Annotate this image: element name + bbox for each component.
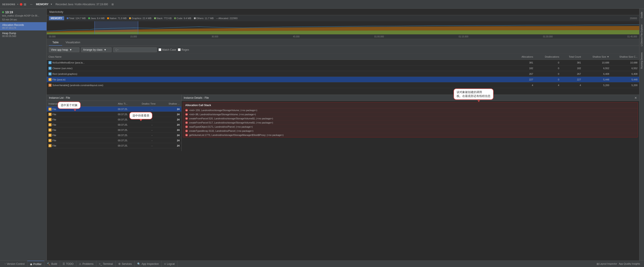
- recorded-label: Recorded Java / Kotlin Allocations: 37:1…: [56, 3, 108, 6]
- tab-visualization[interactable]: Visualization: [62, 40, 84, 46]
- instance-row[interactable]: FFile 00:37:25. - 24: [47, 143, 181, 148]
- add-icon[interactable]: +: [17, 3, 18, 6]
- stop-icon[interactable]: [20, 3, 22, 6]
- call-stack-item[interactable]: m getVolumeList:1773, Landroid/os/storag…: [183, 133, 638, 137]
- class-icon-2: C: [48, 72, 52, 76]
- top-bar: SESSIONS + ⊞ ← MEMORY ▼ Recorded Java / …: [0, 0, 644, 9]
- ith-dealloc-time: Dealloc Time: [140, 102, 164, 105]
- services-label: Services: [122, 262, 132, 266]
- status-item-build[interactable]: 🔨 Build: [44, 261, 60, 267]
- annotation-call-stack-bubble: 该对象被创建的调用 栈。在最底部还有线程信息: [454, 88, 494, 100]
- call-stack-item[interactable]: m createFromParcel:517, Landroid/os/stor…: [183, 121, 638, 125]
- allocation-records-sub: 00:37:19.174: [2, 26, 44, 29]
- tabs-bar: Table Visualization: [47, 39, 639, 46]
- bottom-split: Instance List - File Instance Alloc Ti..…: [47, 94, 639, 151]
- instance-row[interactable]: FFile 00:37:25. - 24: [47, 128, 181, 133]
- instance-row[interactable]: FFile 00:37:25. - 24: [47, 133, 181, 138]
- th-allocations: Allocations: [509, 56, 535, 58]
- class-icon-3: F: [48, 78, 52, 81]
- call-stack-item[interactable]: m <init>:88, Landroid/os/storage/Storage…: [183, 112, 638, 116]
- instance-row[interactable]: FFile 00:37:25. - 24: [47, 112, 181, 117]
- tab-table[interactable]: Table: [49, 40, 62, 46]
- sidebar-item-heap-dump[interactable]: Heap Dump 00:00:35.560: [0, 30, 46, 39]
- call-stack-item[interactable]: m readTypedObject:3171, Landroid/os/Parc…: [183, 125, 638, 129]
- status-bar: ↑ Version Control ◉ Profiler 🔨 Build ☰ T…: [0, 260, 644, 267]
- match-case-checkbox[interactable]: [158, 48, 161, 51]
- logcat-label: Logcat: [167, 262, 174, 266]
- heap-dropdown-arrow: ▼: [69, 48, 72, 51]
- status-item-problems[interactable]: ⚠ Problems: [76, 261, 96, 267]
- method-icon: m: [185, 117, 188, 120]
- call-stack-item[interactable]: m createTypedArray:3132, Landroid/os/Par…: [183, 129, 638, 133]
- status-item-todo[interactable]: ☰ TODO: [60, 261, 76, 267]
- right-sidebar: Gradle LI Device File Explorer Running D…: [639, 9, 644, 260]
- inst-icon-4: F: [48, 128, 52, 132]
- search-input[interactable]: [115, 48, 155, 51]
- table-row[interactable]: CRect (android.graphics) 267 0 267 6,408…: [47, 71, 639, 77]
- heap-dropdown[interactable]: View app heap ▼: [49, 48, 79, 52]
- details-close-button[interactable]: ✕: [634, 96, 637, 100]
- memory-dropdown-arrow[interactable]: ▼: [50, 3, 52, 6]
- arrange-dropdown[interactable]: Arrange by class ▼: [81, 48, 112, 52]
- back-button[interactable]: ←: [30, 2, 33, 6]
- memory-chart[interactable]: [47, 21, 639, 34]
- status-item-logcat[interactable]: ≡ Logcat: [162, 261, 178, 267]
- right-label-gradle[interactable]: Gradle: [640, 11, 643, 19]
- app-quality-button[interactable]: App Quality Insights: [619, 262, 640, 265]
- memory-chart-section: MEMORY Total: 124.7 MB Java: 8.4 MB Nati…: [47, 15, 639, 39]
- app-inspection-label: App Inspection: [142, 262, 159, 266]
- annotation-select-obj-bubble: 选中某个对象: [58, 102, 81, 109]
- layout-inspector-button[interactable]: ▤ Layout Inspector: [596, 262, 617, 265]
- main-activity-label: MainActivity: [49, 10, 63, 14]
- table-header: Class Name Allocations Deallocations Tot…: [47, 54, 639, 60]
- right-status-items: ▤ Layout Inspector App Quality Insights: [596, 262, 642, 265]
- table-row[interactable]: SSolverVariable[] (androidx.constraintla…: [47, 82, 639, 88]
- ruler-mark-5: 01:15.000: [458, 36, 468, 38]
- match-case-group: Match Case: [158, 48, 176, 51]
- regex-checkbox[interactable]: [178, 48, 181, 51]
- instance-list-header: Instance List - File: [47, 95, 181, 101]
- build-label: Build: [51, 262, 57, 266]
- status-dot: [2, 11, 4, 13]
- th-shallow-size[interactable]: Shallow Size ▼: [583, 56, 611, 58]
- heap-dump-sub: 00:00:35.560: [2, 35, 44, 38]
- layout-icon[interactable]: ⊞: [24, 2, 26, 6]
- table-row[interactable]: CCleaner (sun.misc) 182 0 182 6,552 6,55…: [47, 66, 639, 71]
- right-label-device-explorer[interactable]: LI Device File Explorer: [640, 24, 643, 47]
- status-item-app-inspection[interactable]: 🔍 App Inspection: [134, 261, 162, 267]
- sidebar-item-allocation-records[interactable]: Allocation Records 00:37:19.174: [0, 22, 46, 30]
- status-item-terminal[interactable]: >_ Terminal: [96, 261, 116, 267]
- inst-icon-7: F: [48, 144, 52, 147]
- instance-row[interactable]: FFile 00:37:25. - 24: [47, 138, 181, 143]
- ruler-mark-3: 45.000: [293, 36, 300, 38]
- stat-java: Java: 8.4 MB: [88, 17, 104, 20]
- call-stack-item[interactable]: m createFromParcel:520, Landroid/os/stor…: [183, 116, 638, 121]
- status-item-version-control[interactable]: ↑ Version Control: [2, 261, 28, 267]
- class-icon-1: C: [48, 67, 52, 70]
- th-shallow-size-c: Shallow Size C...: [611, 56, 639, 58]
- inst-icon-6: F: [48, 139, 52, 142]
- right-label-running-devices[interactable]: Running Devices: [640, 52, 643, 70]
- memory-stats: Total: 124.7 MB Java: 8.4 MB Native: 71.…: [67, 17, 238, 20]
- method-icon: m: [185, 126, 188, 128]
- table-body: CNoSuchMethodError (java.la... 381 0 381…: [47, 60, 639, 94]
- table-row-selected[interactable]: FFile (java.io) 227 0 227 5,448 5,448: [47, 77, 639, 82]
- class-icon-0: C: [48, 61, 52, 64]
- version-control-label: Version Control: [7, 262, 24, 266]
- search-box[interactable]: [113, 48, 157, 52]
- status-item-profiler[interactable]: ◉ Profiler: [28, 261, 44, 267]
- status-item-services[interactable]: ⚙ Services: [116, 261, 134, 267]
- ruler-mark-1: 15.000: [130, 36, 137, 38]
- table-row[interactable]: CNoSuchMethodError (java.la... 381 0 381…: [47, 60, 639, 66]
- instance-row[interactable]: FFile 00:37:25. - 24: [47, 117, 181, 122]
- instance-body: FFile 00:37:25. - 24 FFile 00:37:25. - 2…: [47, 106, 181, 151]
- top-bar-icons: + ⊞: [17, 2, 26, 6]
- memory-label: MEMORY: [49, 16, 64, 20]
- instance-row[interactable]: FFile 00:37:25. - 24: [47, 122, 181, 128]
- call-stack-item[interactable]: m <init>:159, Landroid/os/storage/Storag…: [183, 108, 638, 112]
- sessions-label: SESSIONS: [2, 3, 15, 6]
- services-icon: ⚙: [118, 262, 121, 266]
- pin-icon[interactable]: ⊞: [112, 3, 114, 6]
- match-case-label: Match Case: [162, 48, 176, 51]
- stat-total: Total: 124.7 MB: [67, 17, 86, 20]
